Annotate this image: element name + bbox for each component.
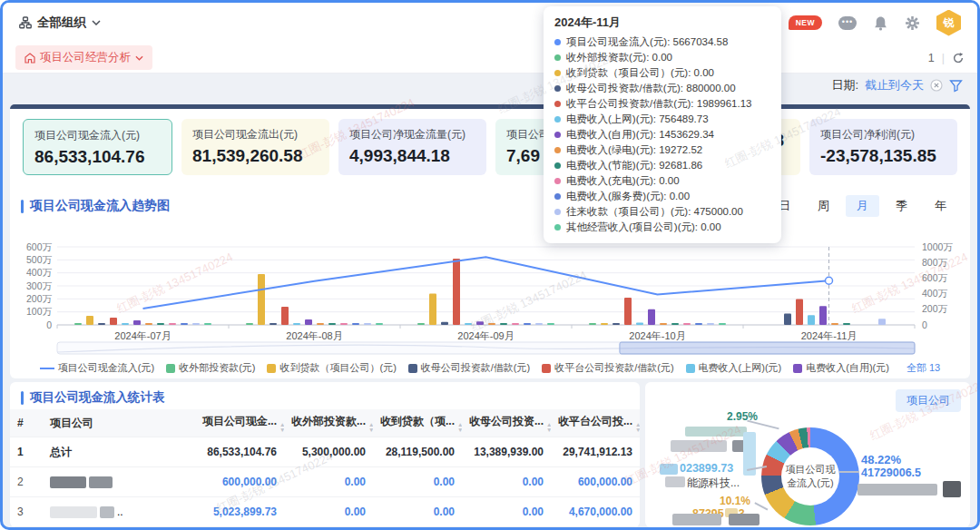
legend-label: 收外部投资款(元) xyxy=(179,361,255,375)
legend-label: 收平台公司投资款/借款(元) xyxy=(554,361,673,375)
tooltip-item: 电费收入(上网)(元): 756489.73 xyxy=(554,112,770,127)
company-cell: .. xyxy=(43,527,195,528)
legend-swatch-icon xyxy=(542,364,551,373)
svg-text:2024年-08月: 2024年-08月 xyxy=(286,330,342,341)
date-filter-label: 日期: xyxy=(831,77,858,93)
value-cell: 86,533,104.76 xyxy=(195,437,284,467)
notifications-bell-icon[interactable] xyxy=(873,15,888,31)
legend-item[interactable]: 收母公司投资款/借款(元) xyxy=(408,361,530,375)
series-dot-icon xyxy=(554,209,561,215)
org-selector-label: 全部组织 xyxy=(37,15,86,31)
value-cell: 600,000.00 xyxy=(195,467,284,497)
column-header[interactable]: 收到贷款（项...▲▼ xyxy=(373,409,462,437)
sort-icon[interactable]: ▲▼ xyxy=(635,422,640,432)
value-cell: 5,300,000.00 xyxy=(284,437,373,467)
legend-item[interactable]: 项目公司现金流入(元) xyxy=(40,361,154,375)
date-filter-value[interactable]: 截止到今天 xyxy=(865,77,924,93)
svg-text:400万: 400万 xyxy=(922,288,948,299)
series-dot-icon xyxy=(554,224,561,231)
table-row[interactable]: 1总计86,533,104.765,300,000.0028,119,500.0… xyxy=(10,437,640,467)
row-index: 2 xyxy=(10,467,43,497)
svg-text:100万: 100万 xyxy=(26,306,53,317)
sort-icon[interactable]: ▲▼ xyxy=(279,422,284,432)
legend-item[interactable]: 收平台公司投资款/借款(元) xyxy=(542,361,673,375)
redacted-text xyxy=(89,476,113,488)
svg-text:2024年-10月: 2024年-10月 xyxy=(629,330,685,341)
company-filter-badge[interactable]: 项目公司 xyxy=(896,389,961,412)
svg-text:2024年-09月: 2024年-09月 xyxy=(457,330,514,341)
redacted-text xyxy=(685,427,747,437)
sort-desc-icon: ▼ xyxy=(368,427,373,433)
value-cell: 5,023,899.73 xyxy=(195,497,284,527)
callout-line xyxy=(747,420,779,429)
column-header[interactable]: 收母公司投资...▲▼ xyxy=(462,409,551,437)
chart-tooltip: 2024年-11月 项目公司现金流入(元): 5667034.58收外部投资款(… xyxy=(544,6,781,243)
tooltip-item: 收母公司投资款/借款(元): 880000.00 xyxy=(554,81,770,96)
legend-item[interactable]: 收外部投资款(元) xyxy=(166,361,255,375)
series-dot-icon xyxy=(554,132,561,138)
value-cell: 200,000.00 xyxy=(195,527,284,528)
legend-swatch-icon xyxy=(40,368,54,369)
legend-swatch-icon xyxy=(793,364,802,373)
series-dot-icon xyxy=(554,147,561,153)
value-cell: 0.00 xyxy=(284,497,373,527)
sort-icon[interactable]: ▲▼ xyxy=(368,422,373,432)
table-row[interactable]: 2600,000.000.000.000.00600,000.00 xyxy=(10,467,640,497)
series-dot-icon xyxy=(554,162,561,169)
table-row[interactable]: 4..200,000.000.000.000.00200,000.00 xyxy=(10,527,640,528)
sort-desc-icon: ▼ xyxy=(457,427,462,433)
table-row[interactable]: 3..5,023,899.730.000.000.004,670,000.00 xyxy=(10,497,640,527)
legend-item[interactable]: 电费收入(上网)(元) xyxy=(686,361,782,375)
org-tree-icon xyxy=(19,16,32,29)
chart-legend: 项目公司现金流入(元)收外部投资款(元)收到贷款（项目公司）(元)收母公司投资款… xyxy=(10,361,970,375)
tooltip-item: 收到贷款（项目公司）(元): 0.00 xyxy=(554,65,770,81)
refresh-icon[interactable] xyxy=(952,52,965,64)
tooltip-item: 往来收款（项目公司）(元): 475000.00 xyxy=(554,204,770,220)
tooltip-item: 其他经营收入(项目公司)(元): 0.00 xyxy=(554,220,770,235)
tooltip-item-text: 项目公司现金流入(元): 5667034.58 xyxy=(566,34,728,50)
user-avatar[interactable]: 锐 xyxy=(936,10,961,36)
value-cell: 28,119,500.00 xyxy=(373,437,462,467)
legend-item[interactable]: 收到贷款（项目公司）(元) xyxy=(267,361,396,375)
table-head: #项目公司项目公司现金...▲▼收外部投资款...▲▼收到贷款（项...▲▼收母… xyxy=(10,409,640,437)
trend-chart: 600万500万400万300万200万100万01000万800万600万40… xyxy=(10,104,970,378)
sort-desc-icon: ▼ xyxy=(635,427,640,433)
series-dot-icon xyxy=(554,116,561,123)
legend-swatch-icon xyxy=(686,364,695,373)
breadcrumb-tab[interactable]: 项目公司经营分析 xyxy=(15,45,152,70)
callout-line xyxy=(755,502,769,510)
company-cell xyxy=(43,467,195,497)
legend-item[interactable]: 电费收入(自用)(元) xyxy=(793,361,889,375)
redacted-text xyxy=(50,506,97,518)
legend-swatch-icon xyxy=(166,364,175,373)
breadcrumb-label: 项目公司经营分析 xyxy=(40,50,131,65)
row-index: 4 xyxy=(10,527,43,528)
clear-filter-icon[interactable] xyxy=(930,79,943,92)
new-badge[interactable]: NEW xyxy=(789,15,822,30)
table-title: 项目公司现金流入统计表 xyxy=(30,389,165,406)
title-accent-bar xyxy=(21,391,24,405)
series-dot-icon xyxy=(554,70,561,76)
sort-icon[interactable]: ▲▼ xyxy=(546,422,551,432)
sort-desc-icon: ▼ xyxy=(546,427,551,433)
value-cell: 29,741,912.13 xyxy=(551,437,640,467)
column-header[interactable]: 收平台公司投...▲▼ xyxy=(551,409,640,437)
org-selector[interactable]: 全部组织 xyxy=(19,15,101,31)
column-header: # xyxy=(10,409,43,437)
messages-icon[interactable]: ••• xyxy=(838,16,857,30)
legend-more-link[interactable]: 全部 13 xyxy=(906,361,940,375)
redacted-text xyxy=(100,506,114,518)
column-header[interactable]: 收外部投资款...▲▼ xyxy=(284,409,373,437)
filter-funnel-icon[interactable] xyxy=(949,79,963,93)
value-cell: 0.00 xyxy=(373,527,462,528)
tooltip-item-text: 往来收款（项目公司）(元): 475000.00 xyxy=(566,204,743,220)
value-cell: 0.00 xyxy=(373,467,462,497)
settings-gear-icon[interactable] xyxy=(905,15,920,31)
legend-swatch-icon xyxy=(408,364,417,373)
series-dot-icon xyxy=(554,193,561,200)
value-cell: 200,000.00 xyxy=(551,527,640,528)
sort-icon[interactable]: ▲▼ xyxy=(457,422,462,432)
column-header[interactable]: 项目公司现金...▲▼ xyxy=(195,409,284,437)
chart-datazoom-selection[interactable] xyxy=(620,342,915,354)
company-cell: 总计 xyxy=(43,437,195,467)
